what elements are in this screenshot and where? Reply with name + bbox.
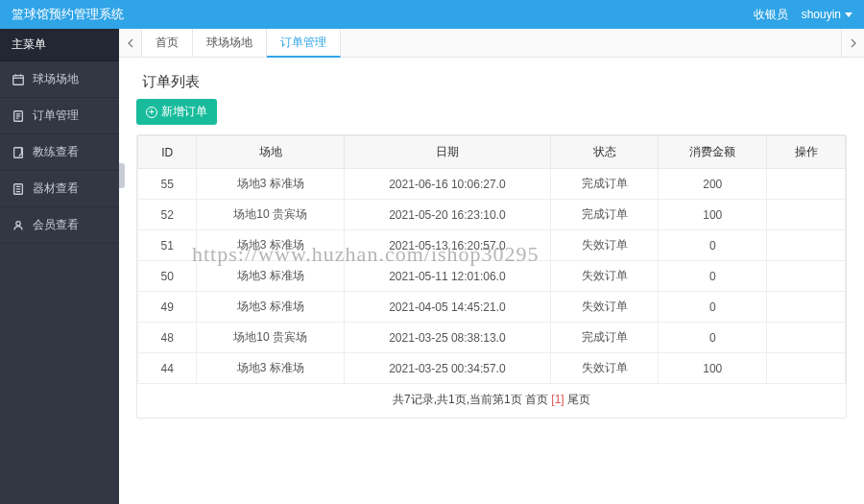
cell-date: 2021-05-13 16:20:57.0 — [344, 230, 550, 261]
cell-amount: 0 — [659, 230, 767, 261]
cell-id: 52 — [138, 200, 197, 230]
cell-op — [767, 230, 846, 261]
cell-status: 失效订单 — [550, 230, 659, 261]
user-dropdown[interactable]: shouyin — [802, 8, 852, 21]
col-op: 操作 — [767, 136, 846, 169]
topbar-right: 收银员 shouyin — [754, 7, 852, 23]
chevron-left-icon — [127, 38, 134, 48]
chevron-right-icon — [850, 38, 857, 48]
col-venue: 场地 — [197, 136, 345, 169]
cell-date: 2021-05-20 16:23:10.0 — [344, 200, 550, 230]
cell-venue: 场地3 标准场 — [197, 230, 345, 261]
sidebar-item-label: 订单管理 — [33, 108, 79, 124]
cell-date: 2021-04-05 14:45:21.0 — [344, 292, 550, 323]
sidebar-item-label: 教练查看 — [33, 144, 79, 160]
cell-op — [767, 292, 846, 323]
list-icon — [12, 182, 25, 196]
cell-op — [767, 353, 846, 384]
col-date: 日期 — [344, 136, 550, 169]
cell-venue: 场地10 贵宾场 — [197, 323, 345, 353]
add-button-label: 新增订单 — [161, 104, 207, 120]
cell-op — [767, 261, 846, 292]
cell-amount: 0 — [659, 261, 767, 292]
sidebar-item-orders[interactable]: 订单管理 — [0, 98, 119, 134]
cell-id: 49 — [138, 292, 197, 323]
cell-op — [767, 323, 846, 353]
caret-down-icon — [845, 12, 852, 17]
table-row: 49场地3 标准场2021-04-05 14:45:21.0失效订单0 — [138, 292, 846, 323]
cell-id: 50 — [138, 261, 197, 292]
sidebar-item-equipment[interactable]: 器材查看 — [0, 171, 119, 207]
user-role[interactable]: 收银员 — [754, 7, 788, 23]
sidebar-title: 主菜单 — [0, 29, 119, 61]
table-card: ID 场地 日期 状态 消费金额 操作 55场地3 标准场2021-06-16 … — [136, 134, 847, 419]
sidebar-item-venues[interactable]: 球场场地 — [0, 61, 119, 98]
table-row: 48场地10 贵宾场2021-03-25 08:38:13.0完成订单0 — [138, 323, 846, 353]
table-row: 50场地3 标准场2021-05-11 12:01:06.0失效订单0 — [138, 261, 846, 292]
table-row: 55场地3 标准场2021-06-16 10:06:27.0完成订单200 — [138, 169, 846, 200]
col-id: ID — [138, 136, 197, 169]
col-status: 状态 — [550, 136, 659, 169]
sidebar: 主菜单 球场场地 订单管理 教练查看 器材查看 会员查看 — [0, 29, 119, 504]
tabs: 首页 球场场地 订单管理 — [119, 29, 864, 58]
tabs-scroll-right[interactable] — [841, 29, 864, 57]
note-icon — [12, 146, 25, 159]
cell-amount: 100 — [659, 353, 767, 384]
cell-date: 2021-06-16 10:06:27.0 — [344, 169, 550, 200]
clipboard-icon — [12, 109, 25, 123]
tab-venues[interactable]: 球场场地 — [193, 29, 267, 57]
cell-date: 2021-03-25 08:38:13.0 — [344, 323, 550, 353]
table-row: 51场地3 标准场2021-05-13 16:20:57.0失效订单0 — [138, 230, 846, 261]
cell-amount: 0 — [659, 292, 767, 323]
cell-id: 55 — [138, 169, 197, 200]
cell-date: 2021-05-11 12:01:06.0 — [344, 261, 550, 292]
tabs-scroll-left[interactable] — [119, 29, 142, 57]
tab-orders[interactable]: 订单管理 — [267, 29, 341, 58]
sidebar-grip[interactable] — [119, 163, 125, 188]
add-order-button[interactable]: + 新增订单 — [136, 99, 217, 125]
cell-status: 失效订单 — [550, 292, 659, 323]
cell-op — [767, 169, 846, 200]
cell-status: 完成订单 — [550, 169, 659, 200]
cell-amount: 0 — [659, 323, 767, 353]
cell-id: 44 — [138, 353, 197, 384]
pager-current[interactable]: [1] — [551, 393, 564, 406]
plus-circle-icon: + — [146, 107, 157, 118]
cell-amount: 200 — [659, 169, 767, 200]
app-brand: 篮球馆预约管理系统 — [12, 6, 124, 23]
cell-status: 失效订单 — [550, 353, 659, 384]
user-icon — [12, 219, 25, 232]
pager-text: 共7记录,共1页,当前第1页 首页 — [393, 393, 551, 406]
sidebar-item-coaches[interactable]: 教练查看 — [0, 134, 119, 171]
cell-op — [767, 200, 846, 230]
table-row: 52场地10 贵宾场2021-05-20 16:23:10.0完成订单100 — [138, 200, 846, 230]
cell-status: 完成订单 — [550, 200, 659, 230]
cell-status: 失效订单 — [550, 261, 659, 292]
orders-table: ID 场地 日期 状态 消费金额 操作 55场地3 标准场2021-06-16 … — [137, 135, 846, 384]
table-header-row: ID 场地 日期 状态 消费金额 操作 — [138, 136, 846, 169]
cell-id: 48 — [138, 323, 197, 353]
cell-venue: 场地3 标准场 — [197, 353, 345, 384]
cell-venue: 场地3 标准场 — [197, 261, 345, 292]
tab-home[interactable]: 首页 — [142, 29, 193, 57]
col-amount: 消费金额 — [659, 136, 767, 169]
cell-status: 完成订单 — [550, 323, 659, 353]
panel: 订单列表 + 新增订单 ID 场地 日期 状态 消费金额 操作 — [119, 58, 864, 426]
sidebar-item-label: 器材查看 — [33, 180, 79, 197]
cell-amount: 100 — [659, 200, 767, 230]
sidebar-item-members[interactable]: 会员查看 — [0, 207, 119, 244]
cell-venue: 场地10 贵宾场 — [197, 200, 345, 230]
svg-point-13 — [16, 221, 20, 225]
topbar: 篮球馆预约管理系统 收银员 shouyin — [0, 0, 864, 29]
pager-suffix: 尾页 — [564, 393, 590, 406]
pager: 共7记录,共1页,当前第1页 首页 [1] 尾页 — [137, 384, 846, 408]
sidebar-item-label: 球场场地 — [33, 71, 79, 87]
cell-venue: 场地3 标准场 — [197, 169, 345, 200]
calendar-icon — [12, 73, 25, 86]
table-row: 44场地3 标准场2021-03-25 00:34:57.0失效订单100 — [138, 353, 846, 384]
cell-id: 51 — [138, 230, 197, 261]
sidebar-item-label: 会员查看 — [33, 217, 79, 233]
content: 首页 球场场地 订单管理 订单列表 + 新增订单 ID 场地 日期 — [119, 29, 864, 504]
cell-venue: 场地3 标准场 — [197, 292, 345, 323]
panel-title: 订单列表 — [142, 73, 847, 91]
